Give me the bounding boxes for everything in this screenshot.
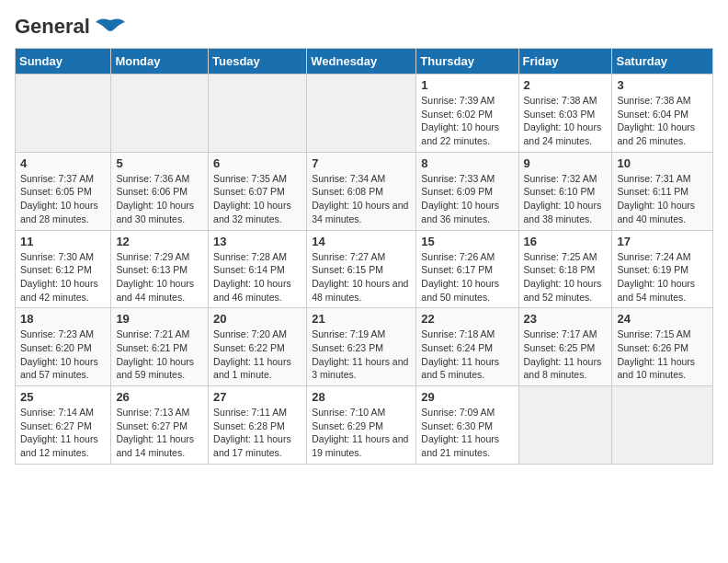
day-info: Sunrise: 7:30 AMSunset: 6:12 PMDaylight:… <box>20 250 106 304</box>
calendar-cell: 8 Sunrise: 7:33 AMSunset: 6:09 PMDayligh… <box>416 152 518 230</box>
calendar-cell <box>209 75 307 153</box>
calendar-cell <box>16 75 111 153</box>
calendar-cell: 24 Sunrise: 7:15 AMSunset: 6:26 PMDaylig… <box>612 308 713 386</box>
calendar-cell: 10 Sunrise: 7:31 AMSunset: 6:11 PMDaylig… <box>612 152 713 230</box>
day-info: Sunrise: 7:33 AMSunset: 6:09 PMDaylight:… <box>421 172 513 226</box>
calendar-table: SundayMondayTuesdayWednesdayThursdayFrid… <box>15 48 713 465</box>
calendar-cell: 6 Sunrise: 7:35 AMSunset: 6:07 PMDayligh… <box>209 152 307 230</box>
day-info: Sunrise: 7:38 AMSunset: 6:04 PMDaylight:… <box>617 94 708 148</box>
day-number: 29 <box>421 390 513 404</box>
day-number: 7 <box>312 156 411 170</box>
calendar-cell: 14 Sunrise: 7:27 AMSunset: 6:15 PMDaylig… <box>307 230 416 308</box>
calendar-cell: 13 Sunrise: 7:28 AMSunset: 6:14 PMDaylig… <box>209 230 307 308</box>
day-number: 24 <box>617 312 708 326</box>
calendar-cell: 16 Sunrise: 7:25 AMSunset: 6:18 PMDaylig… <box>518 230 612 308</box>
day-info: Sunrise: 7:38 AMSunset: 6:03 PMDaylight:… <box>524 94 608 148</box>
day-info: Sunrise: 7:26 AMSunset: 6:17 PMDaylight:… <box>421 250 513 304</box>
day-number: 21 <box>312 312 411 326</box>
calendar-cell: 20 Sunrise: 7:20 AMSunset: 6:22 PMDaylig… <box>209 308 307 386</box>
day-info: Sunrise: 7:39 AMSunset: 6:02 PMDaylight:… <box>421 94 513 148</box>
calendar-cell: 28 Sunrise: 7:10 AMSunset: 6:29 PMDaylig… <box>307 386 416 465</box>
col-header-tuesday: Tuesday <box>209 49 307 75</box>
col-header-thursday: Thursday <box>416 49 518 75</box>
day-number: 18 <box>20 312 106 326</box>
col-header-wednesday: Wednesday <box>307 49 416 75</box>
day-number: 10 <box>617 156 708 170</box>
day-number: 19 <box>116 312 203 326</box>
day-info: Sunrise: 7:17 AMSunset: 6:25 PMDaylight:… <box>524 327 608 382</box>
calendar-cell: 3 Sunrise: 7:38 AMSunset: 6:04 PMDayligh… <box>612 75 713 153</box>
day-info: Sunrise: 7:23 AMSunset: 6:20 PMDaylight:… <box>20 327 106 382</box>
col-header-sunday: Sunday <box>16 49 111 75</box>
calendar-cell: 5 Sunrise: 7:36 AMSunset: 6:06 PMDayligh… <box>111 152 209 230</box>
calendar-cell: 12 Sunrise: 7:29 AMSunset: 6:13 PMDaylig… <box>111 230 209 308</box>
day-info: Sunrise: 7:35 AMSunset: 6:07 PMDaylight:… <box>213 172 301 226</box>
day-info: Sunrise: 7:21 AMSunset: 6:21 PMDaylight:… <box>116 327 203 382</box>
calendar-cell: 11 Sunrise: 7:30 AMSunset: 6:12 PMDaylig… <box>16 230 111 308</box>
col-header-monday: Monday <box>111 49 209 75</box>
col-header-friday: Friday <box>518 49 612 75</box>
day-info: Sunrise: 7:19 AMSunset: 6:23 PMDaylight:… <box>312 327 411 382</box>
day-info: Sunrise: 7:28 AMSunset: 6:14 PMDaylight:… <box>213 250 301 304</box>
calendar-cell <box>612 386 713 465</box>
day-number: 17 <box>617 235 708 248</box>
calendar-cell <box>518 386 612 465</box>
day-info: Sunrise: 7:18 AMSunset: 6:24 PMDaylight:… <box>421 327 513 382</box>
day-number: 15 <box>421 235 513 248</box>
day-number: 28 <box>312 390 411 404</box>
day-info: Sunrise: 7:34 AMSunset: 6:08 PMDaylight:… <box>312 172 411 226</box>
day-info: Sunrise: 7:10 AMSunset: 6:29 PMDaylight:… <box>312 406 411 460</box>
col-header-saturday: Saturday <box>612 49 713 75</box>
day-info: Sunrise: 7:24 AMSunset: 6:19 PMDaylight:… <box>617 250 708 304</box>
calendar-cell: 25 Sunrise: 7:14 AMSunset: 6:27 PMDaylig… <box>16 386 111 465</box>
calendar-cell: 22 Sunrise: 7:18 AMSunset: 6:24 PMDaylig… <box>416 308 518 386</box>
day-info: Sunrise: 7:32 AMSunset: 6:10 PMDaylight:… <box>524 172 608 226</box>
day-number: 4 <box>20 156 106 170</box>
day-number: 25 <box>20 390 106 404</box>
day-info: Sunrise: 7:37 AMSunset: 6:05 PMDaylight:… <box>20 172 106 226</box>
day-info: Sunrise: 7:09 AMSunset: 6:30 PMDaylight:… <box>421 406 513 460</box>
calendar-cell: 21 Sunrise: 7:19 AMSunset: 6:23 PMDaylig… <box>307 308 416 386</box>
day-number: 11 <box>20 235 106 248</box>
day-number: 12 <box>116 235 203 248</box>
calendar-cell: 17 Sunrise: 7:24 AMSunset: 6:19 PMDaylig… <box>612 230 713 308</box>
calendar-cell: 4 Sunrise: 7:37 AMSunset: 6:05 PMDayligh… <box>16 152 111 230</box>
calendar-cell: 27 Sunrise: 7:11 AMSunset: 6:28 PMDaylig… <box>209 386 307 465</box>
day-info: Sunrise: 7:15 AMSunset: 6:26 PMDaylight:… <box>617 327 708 382</box>
calendar-cell: 1 Sunrise: 7:39 AMSunset: 6:02 PMDayligh… <box>416 75 518 153</box>
calendar-cell: 15 Sunrise: 7:26 AMSunset: 6:17 PMDaylig… <box>416 230 518 308</box>
day-number: 5 <box>116 156 203 170</box>
day-info: Sunrise: 7:14 AMSunset: 6:27 PMDaylight:… <box>20 406 106 460</box>
calendar-cell <box>111 75 209 153</box>
day-number: 20 <box>213 312 301 326</box>
day-info: Sunrise: 7:31 AMSunset: 6:11 PMDaylight:… <box>617 172 708 226</box>
day-number: 2 <box>524 78 608 92</box>
calendar-cell: 7 Sunrise: 7:34 AMSunset: 6:08 PMDayligh… <box>307 152 416 230</box>
logo-general: General <box>15 15 90 39</box>
calendar-cell: 19 Sunrise: 7:21 AMSunset: 6:21 PMDaylig… <box>111 308 209 386</box>
logo: General <box>15 15 127 39</box>
calendar-cell: 26 Sunrise: 7:13 AMSunset: 6:27 PMDaylig… <box>111 386 209 465</box>
calendar-cell: 23 Sunrise: 7:17 AMSunset: 6:25 PMDaylig… <box>518 308 612 386</box>
day-number: 9 <box>524 156 608 170</box>
day-number: 1 <box>421 78 513 92</box>
day-number: 27 <box>213 390 301 404</box>
logo-bird-icon <box>94 17 127 37</box>
calendar-cell: 18 Sunrise: 7:23 AMSunset: 6:20 PMDaylig… <box>16 308 111 386</box>
day-number: 14 <box>312 235 411 248</box>
day-info: Sunrise: 7:13 AMSunset: 6:27 PMDaylight:… <box>116 406 203 460</box>
day-info: Sunrise: 7:25 AMSunset: 6:18 PMDaylight:… <box>524 250 608 304</box>
day-info: Sunrise: 7:27 AMSunset: 6:15 PMDaylight:… <box>312 250 411 304</box>
calendar-cell: 2 Sunrise: 7:38 AMSunset: 6:03 PMDayligh… <box>518 75 612 153</box>
day-number: 8 <box>421 156 513 170</box>
day-number: 16 <box>524 235 608 248</box>
day-info: Sunrise: 7:20 AMSunset: 6:22 PMDaylight:… <box>213 327 301 382</box>
page-header: General <box>15 15 713 39</box>
day-number: 22 <box>421 312 513 326</box>
day-info: Sunrise: 7:36 AMSunset: 6:06 PMDaylight:… <box>116 172 203 226</box>
day-info: Sunrise: 7:29 AMSunset: 6:13 PMDaylight:… <box>116 250 203 304</box>
day-number: 6 <box>213 156 301 170</box>
day-number: 23 <box>524 312 608 326</box>
day-number: 3 <box>617 78 708 92</box>
calendar-cell <box>307 75 416 153</box>
